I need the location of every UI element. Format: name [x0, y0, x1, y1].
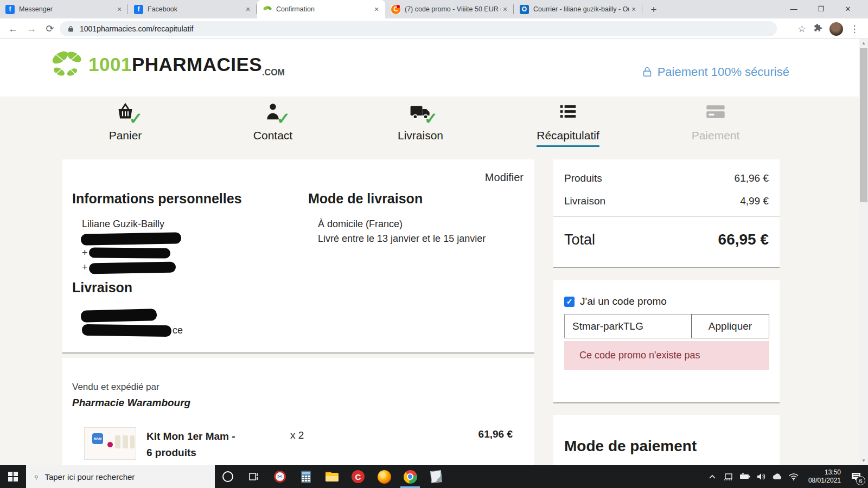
step-recapitulatif[interactable]: Récapitulatif: [494, 100, 642, 158]
reload-button[interactable]: ⟳: [42, 21, 58, 36]
close-icon[interactable]: ×: [115, 5, 124, 14]
order-summary-card: Produits 61,96 € Livraison 4,99 € Total …: [553, 159, 780, 268]
tray-wifi-icon[interactable]: [786, 465, 802, 488]
promo-checkbox-label[interactable]: J'ai un code promo: [580, 296, 667, 307]
profile-avatar[interactable]: [829, 22, 843, 36]
task-view-button[interactable]: [241, 465, 267, 488]
extensions-puzzle-icon[interactable]: [810, 23, 826, 35]
tab-messenger[interactable]: f Messenger ×: [0, 0, 128, 18]
tab-confirmation[interactable]: Confirmation ×: [257, 0, 385, 18]
step-label: Paiement: [692, 129, 740, 142]
seller-name: Pharmacie Warambourg: [72, 397, 190, 409]
check-icon: ✓: [424, 111, 438, 127]
address-bar[interactable]: 1001pharmacies.com/recapitulatif: [60, 21, 777, 36]
restore-button[interactable]: ❐: [808, 0, 833, 17]
calculator-icon: [301, 471, 311, 483]
check-icon: ✓: [277, 111, 290, 127]
step-contact[interactable]: ✓ Contact: [199, 100, 347, 158]
tray-cast-icon[interactable]: [720, 465, 737, 488]
shipping-method: À domicile (France): [318, 219, 486, 230]
new-tab-button[interactable]: +: [647, 3, 661, 16]
tray-chevron-up-icon[interactable]: [704, 465, 720, 488]
tray-battery-icon[interactable]: [737, 465, 753, 488]
scrollbar-thumb[interactable]: [860, 48, 867, 202]
facebook-icon: f: [134, 5, 143, 14]
seller-card: Vendu et expédié par Pharmacie Warambour…: [62, 358, 534, 465]
chrome-button[interactable]: [397, 465, 423, 488]
back-button[interactable]: ←: [5, 21, 21, 36]
notification-center-button[interactable]: 6: [844, 465, 868, 488]
clock-time: 13:50: [802, 468, 841, 477]
system-tray: 13:50 08/01/2021 6: [704, 465, 868, 488]
tab-facebook[interactable]: f Facebook ×: [129, 0, 257, 18]
tab-title: (7) code promo - Viiiite 50 EUR d: [405, 5, 501, 13]
site-logo[interactable]: 1001PHARMACIES .COM: [50, 49, 285, 80]
menu-dots-icon[interactable]: ⋮: [846, 23, 863, 35]
taskbar-clock[interactable]: 13:50 08/01/2021: [802, 468, 844, 485]
promo-error-message: Ce code promo n'existe pas: [564, 341, 769, 370]
notepad-button[interactable]: [423, 465, 449, 488]
close-icon[interactable]: ×: [501, 5, 509, 14]
products-label: Produits: [564, 172, 602, 184]
promo-card: ✓ J'ai un code promo Appliquer Ce code p…: [553, 280, 780, 403]
lock-icon: [67, 25, 74, 33]
windows-logo-icon: [8, 472, 18, 481]
firefox-icon: [378, 470, 391, 484]
firefox-button[interactable]: [371, 465, 397, 488]
close-icon[interactable]: ×: [629, 5, 638, 14]
outlook-icon: O: [520, 5, 529, 14]
shipping-value: 4,99 €: [740, 195, 769, 207]
file-explorer-button[interactable]: [319, 465, 345, 488]
apply-promo-button[interactable]: Appliquer: [691, 314, 769, 338]
minimize-button[interactable]: —: [781, 0, 806, 17]
tab-courrier[interactable]: O Courrier - liliane guzik-bailly - Ou ×: [514, 0, 642, 18]
checkout-steps: ✓ Panier ✓ Contact ✓ Livraison: [52, 100, 789, 158]
calculator-button[interactable]: [293, 465, 319, 488]
modify-link[interactable]: Modifier: [485, 171, 524, 184]
step-livraison[interactable]: ✓ Livraison: [347, 100, 494, 158]
product-price: 61,96 €: [478, 428, 513, 440]
products-value: 61,96 €: [735, 172, 769, 184]
step-panier[interactable]: ✓ Panier: [52, 100, 199, 158]
cortana-button[interactable]: [215, 465, 241, 488]
forward-button[interactable]: →: [24, 21, 39, 36]
step-label: Récapitulatif: [537, 129, 599, 147]
page-content: 1001PHARMACIES .COM Paiement 100% sécuri…: [0, 39, 868, 465]
tray-volume-icon[interactable]: [753, 465, 769, 488]
redacted-phone-2: +: [82, 262, 242, 273]
chrome-icon: [404, 470, 417, 484]
total-value: 66,95 €: [718, 231, 769, 248]
scrollbar-down-arrow[interactable]: ▼: [859, 457, 868, 465]
leaf-icon: [263, 5, 272, 14]
redacted-address-2: ce: [82, 325, 183, 336]
file-explorer-icon: [326, 472, 339, 481]
taskbar-search[interactable]: ⌕ Taper ici pour rechercher: [26, 465, 215, 488]
mam-brand-logo: MAM: [92, 433, 103, 444]
close-window-button[interactable]: ✕: [835, 0, 860, 17]
notepad-icon: [430, 470, 442, 483]
secure-payment-label: Paiement 100% sécurisé: [641, 65, 789, 79]
snipping-tool-button[interactable]: ✂: [267, 465, 293, 488]
messenger-icon: f: [5, 5, 15, 14]
product-quantity: x 2: [290, 429, 304, 441]
product-thumbnail: MAM: [84, 427, 136, 460]
recap-info-card: Modifier Informations personnelles Lilia…: [62, 159, 534, 354]
bookmark-star-icon[interactable]: ☆: [794, 23, 810, 35]
page-scrollbar[interactable]: ▲ ▼: [859, 39, 868, 465]
step-label: Panier: [109, 129, 142, 142]
scrollbar-up-arrow[interactable]: ▲: [859, 39, 868, 48]
sold-by-label: Vendu et expédié par: [72, 382, 159, 393]
delivery-title: Livraison: [72, 280, 183, 296]
close-icon[interactable]: ×: [244, 5, 252, 14]
shipping-dates: Livré entre le 13 janvier et le 15 janvi…: [318, 233, 486, 245]
tray-onedrive-icon[interactable]: [769, 465, 786, 488]
promo-code-input[interactable]: [564, 314, 691, 338]
promo-checkbox[interactable]: ✓: [564, 297, 575, 307]
ccleaner-button[interactable]: C: [345, 465, 371, 488]
start-button[interactable]: [0, 465, 26, 488]
total-label: Total: [564, 232, 595, 248]
close-icon[interactable]: ×: [372, 5, 381, 14]
search-placeholder: Taper ici pour rechercher: [44, 472, 135, 481]
tab-code-promo[interactable]: C (7) code promo - Viiiite 50 EUR d ×: [386, 0, 514, 18]
personal-info-title: Informations personnelles: [72, 191, 242, 207]
